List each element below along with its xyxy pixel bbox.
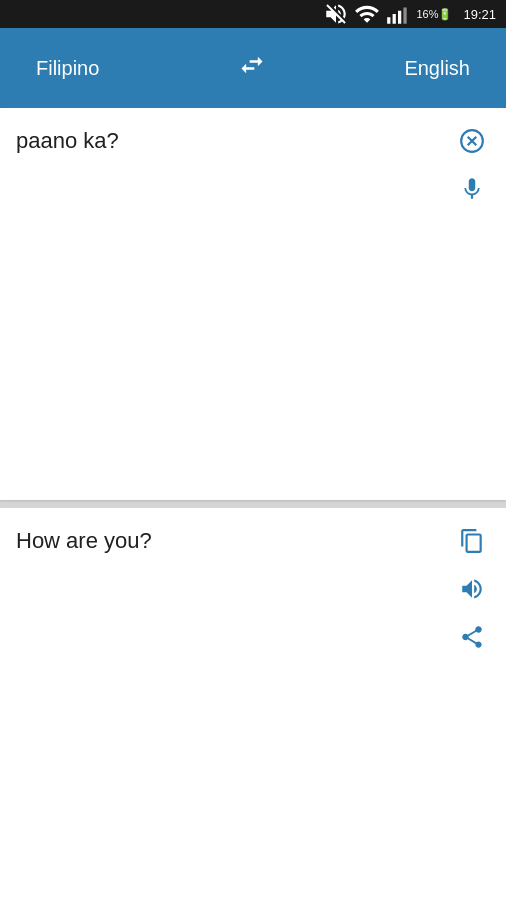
target-card: How are you? [0, 508, 506, 900]
clear-button[interactable] [457, 126, 487, 156]
main-content: paano ka? How are you? [0, 108, 506, 900]
target-card-actions [454, 526, 490, 882]
status-bar: 16%🔋 19:21 [0, 0, 506, 28]
source-language-button[interactable]: Filipino [24, 49, 111, 88]
signal-icon [385, 1, 411, 27]
source-card-actions [454, 126, 490, 482]
swap-languages-button[interactable] [230, 43, 274, 93]
toolbar: Filipino English [0, 28, 506, 108]
status-icons: 16%🔋 19:21 [323, 1, 496, 27]
status-time: 19:21 [463, 7, 496, 22]
copy-button[interactable] [457, 526, 487, 556]
mic-button[interactable] [457, 174, 487, 204]
microphone-icon [459, 176, 485, 202]
target-language-button[interactable]: English [392, 49, 482, 88]
target-text: How are you? [16, 526, 454, 557]
swap-icon [238, 51, 266, 79]
copy-icon [459, 528, 485, 554]
svg-rect-1 [393, 14, 396, 24]
clear-icon [459, 128, 485, 154]
battery-icon: 16%🔋 [416, 8, 452, 21]
share-icon [459, 624, 485, 650]
share-button[interactable] [457, 622, 487, 652]
mute-icon [323, 1, 349, 27]
svg-rect-0 [388, 17, 391, 24]
svg-rect-2 [398, 11, 401, 24]
wifi-icon [354, 1, 380, 27]
speaker-icon [459, 576, 485, 602]
source-card: paano ka? [0, 108, 506, 500]
svg-rect-3 [404, 8, 407, 24]
speak-button[interactable] [457, 574, 487, 604]
source-text[interactable]: paano ka? [16, 126, 454, 157]
